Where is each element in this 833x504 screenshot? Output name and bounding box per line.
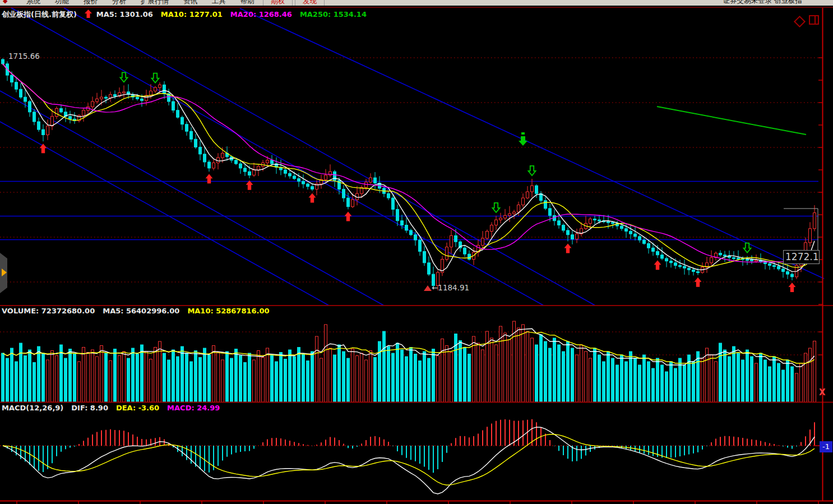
candle — [55, 109, 58, 117]
volume-bar — [446, 346, 448, 403]
volume-bar — [199, 358, 202, 403]
candle — [490, 225, 493, 232]
volume-bar — [378, 341, 381, 402]
volume-bar — [289, 350, 291, 402]
volume-bar — [248, 353, 251, 402]
candle — [33, 112, 36, 122]
candle — [755, 260, 758, 261]
volume-bar — [105, 353, 108, 402]
candle — [576, 234, 579, 239]
candle — [181, 117, 184, 124]
chart-canvas[interactable]: 创业板指(日线.前复权)MA5: 1301.06MA10: 1277.01MA2… — [0, 0, 833, 504]
volume-bar — [432, 349, 435, 403]
kline-header: 创业板指(日线.前复权)MA5: 1301.06MA10: 1277.01MA2… — [2, 10, 374, 20]
volume-bar — [33, 363, 36, 403]
volume-bar — [450, 353, 453, 403]
volume-bar — [522, 325, 525, 402]
volume-bar — [387, 346, 390, 402]
candle — [351, 200, 354, 207]
chart-graphics[interactable] — [0, 0, 833, 504]
volume-bar — [535, 345, 538, 402]
candle — [486, 231, 489, 238]
candle — [504, 215, 507, 218]
volume-bar — [118, 356, 121, 403]
volume-bar — [351, 349, 354, 403]
candle — [661, 255, 664, 258]
volume-bar — [298, 348, 300, 403]
volume-bar — [51, 351, 54, 403]
volume-ma10-value: MA10: 52867816.00 — [187, 307, 269, 315]
candle — [526, 192, 529, 198]
candle — [697, 271, 700, 272]
volume-bar — [82, 348, 85, 403]
volume-bar — [221, 360, 224, 402]
candle — [60, 109, 63, 112]
volume-bar — [343, 352, 345, 402]
candle — [302, 181, 305, 184]
candle — [20, 89, 22, 97]
volume-bar — [419, 361, 422, 403]
volume-bar — [78, 362, 81, 402]
candle — [284, 170, 287, 173]
panel-close-button[interactable]: X — [819, 387, 826, 397]
volume-bar — [73, 354, 76, 403]
volume-bar — [715, 362, 718, 402]
candle — [24, 97, 27, 101]
volume-value: VOLUME: 72372680.00 — [2, 307, 95, 315]
volume-bar — [29, 350, 31, 402]
sidebar-drawer-handle[interactable] — [0, 253, 7, 293]
candle — [347, 198, 350, 207]
candle — [311, 187, 314, 189]
ma5-value: MA5: 1301.06 — [96, 10, 153, 19]
high-price-label: 1715.66 — [8, 52, 40, 61]
candle — [625, 229, 628, 232]
macd-header: MACD(12,26,9)DIF: 8.90DEA: -3.60MACD: 24… — [2, 404, 228, 412]
candle — [688, 268, 691, 270]
volume-bar — [203, 348, 206, 402]
candle — [42, 130, 45, 135]
volume-bar — [405, 357, 408, 402]
volume-bar — [91, 350, 94, 402]
split-window-icon[interactable] — [809, 15, 819, 25]
volume-bar — [87, 353, 90, 403]
volume-bar — [69, 349, 72, 403]
volume-bar — [428, 358, 431, 402]
volume-bar — [123, 352, 126, 402]
candle — [29, 101, 31, 112]
candle — [423, 251, 426, 262]
volume-bar — [230, 358, 233, 402]
volume-bar — [778, 363, 780, 402]
candle — [544, 201, 547, 209]
volume-bar — [154, 348, 157, 403]
volume-bar — [585, 352, 587, 402]
volume-bar — [244, 363, 247, 403]
volume-bar — [764, 360, 767, 402]
volume-bar — [455, 334, 457, 403]
candle — [513, 212, 516, 214]
volume-bar — [20, 343, 22, 402]
candle — [773, 265, 776, 266]
volume-bar — [293, 357, 296, 402]
volume-bar — [307, 361, 309, 403]
volume-bar — [746, 350, 749, 402]
candle — [212, 163, 215, 168]
low-price-label: ←1184.91 — [432, 283, 469, 292]
candle — [531, 186, 534, 192]
dea-value: DEA: -3.60 — [116, 404, 159, 412]
candle — [199, 147, 202, 154]
volume-bar — [383, 331, 386, 402]
candle — [647, 243, 650, 248]
candle — [665, 258, 668, 261]
candle — [392, 198, 395, 209]
candle — [51, 117, 54, 126]
volume-bar — [786, 360, 789, 402]
volume-bar — [360, 353, 363, 402]
volume-bar — [195, 351, 197, 403]
volume-bar — [114, 349, 117, 403]
volume-bar — [567, 341, 570, 402]
candle — [674, 263, 677, 266]
volume-bar — [683, 365, 686, 402]
diamond-icon[interactable] — [794, 16, 806, 27]
volume-bar — [594, 348, 596, 402]
candle — [670, 261, 673, 263]
